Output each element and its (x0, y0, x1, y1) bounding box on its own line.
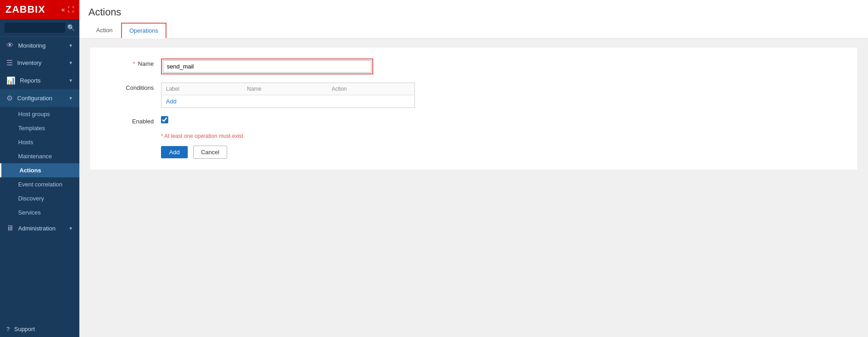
col-label: Label (161, 83, 243, 95)
sidebar-item-label: Inventory (17, 59, 64, 66)
sidebar-item-discovery[interactable]: Discovery (0, 191, 79, 205)
action-buttons: Add Cancel (99, 146, 848, 159)
chevron-icon: ▼ (68, 60, 73, 65)
name-input-border (161, 59, 373, 74)
page-header: Actions Action Operations (79, 0, 868, 39)
reports-icon: 📊 (6, 76, 15, 85)
chevron-icon: ▼ (68, 96, 73, 101)
form-card: * Name Conditions Label (90, 48, 857, 170)
chevron-icon: ▼ (68, 78, 73, 83)
error-message: * At least one operation must exist. (99, 133, 848, 139)
sidebar-item-label: Administration (18, 225, 64, 232)
support-label: Support (14, 326, 35, 332)
sidebar-item-label: Reports (20, 77, 64, 84)
sidebar-item-label: Configuration (17, 95, 64, 102)
enabled-label: Enabled (99, 116, 154, 125)
inventory-icon: ☰ (6, 59, 13, 67)
enabled-checkbox-row (161, 116, 848, 123)
main-content: Actions Action Operations * Name (79, 0, 868, 337)
sidebar-item-services[interactable]: Services (0, 205, 79, 220)
name-input[interactable] (163, 60, 371, 73)
required-asterisk: * (133, 60, 135, 67)
sidebar-item-administration[interactable]: 🖥 Administration ▼ (0, 220, 79, 237)
logo-text: ZABBIX (5, 4, 45, 15)
name-field-wrapper (161, 59, 848, 74)
collapse-icon[interactable]: « (61, 6, 65, 13)
fullscreen-icon[interactable]: ⛶ (68, 6, 74, 13)
sidebar-item-host-groups[interactable]: Host groups (0, 107, 79, 121)
tabs-bar: Action Operations (88, 18, 859, 38)
sidebar-item-hosts[interactable]: Hosts (0, 135, 79, 149)
sidebar-item-configuration[interactable]: ⚙ Configuration ▼ (0, 89, 79, 107)
name-row: * Name (99, 59, 848, 74)
search-input[interactable] (5, 23, 65, 33)
add-button[interactable]: Add (161, 146, 188, 158)
sidebar-item-monitoring[interactable]: 👁 Monitoring ▼ (0, 37, 79, 54)
cancel-button[interactable]: Cancel (193, 146, 227, 159)
conditions-label: Conditions (99, 83, 154, 91)
enabled-control (161, 116, 848, 123)
chevron-icon: ▼ (68, 226, 73, 231)
administration-icon: 🖥 (6, 224, 14, 232)
conditions-table: Label Name Action Add (161, 83, 415, 108)
content-area: * Name Conditions Label (79, 39, 868, 337)
col-name: Name (243, 83, 327, 95)
sidebar-item-actions[interactable]: Actions (0, 163, 79, 177)
name-label: * Name (99, 59, 154, 67)
configuration-icon: ⚙ (6, 94, 13, 103)
support-icon: ? (6, 326, 10, 332)
enabled-checkbox[interactable] (161, 116, 168, 123)
add-condition-row: Add (161, 95, 415, 108)
enabled-row: Enabled (99, 116, 848, 125)
logo-icons: « ⛶ (61, 6, 74, 13)
tab-action[interactable]: Action (88, 23, 120, 38)
sidebar-item-support[interactable]: ? Support (0, 321, 79, 337)
sidebar-item-inventory[interactable]: ☰ Inventory ▼ (0, 54, 79, 72)
sidebar: ZABBIX « ⛶ 🔍 👁 Monitoring ▼ ☰ Inventory … (0, 0, 79, 337)
search-button[interactable]: 🔍 (67, 24, 75, 31)
logo-bar: ZABBIX « ⛶ (0, 0, 79, 19)
sidebar-item-event-correlation[interactable]: Event correlation (0, 177, 79, 191)
page-title: Actions (88, 0, 859, 18)
add-condition-link[interactable]: Add (166, 98, 176, 105)
col-action: Action (327, 83, 414, 95)
search-bar: 🔍 (0, 19, 79, 37)
conditions-table-wrapper: Label Name Action Add (161, 83, 848, 108)
monitoring-icon: 👁 (6, 41, 14, 49)
sidebar-item-maintenance[interactable]: Maintenance (0, 149, 79, 163)
chevron-icon: ▼ (68, 43, 73, 48)
sidebar-item-reports[interactable]: 📊 Reports ▼ (0, 72, 79, 89)
sidebar-item-templates[interactable]: Templates (0, 121, 79, 135)
conditions-row: Conditions Label Name Action (99, 83, 848, 108)
sidebar-item-label: Monitoring (18, 42, 64, 49)
tab-operations[interactable]: Operations (121, 23, 166, 39)
